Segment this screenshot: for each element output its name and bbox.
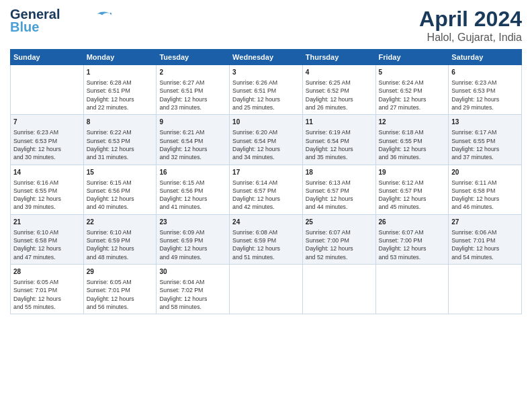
calendar-cell: 7Sunrise: 6:23 AM Sunset: 6:53 PM Daylig… — [11, 115, 84, 165]
calendar-subtitle: Halol, Gujarat, India — [419, 32, 522, 44]
day-info: Sunrise: 6:27 AM Sunset: 6:51 PM Dayligh… — [159, 79, 226, 111]
title-block: April 2024 Halol, Gujarat, India — [419, 7, 522, 44]
day-number: 2 — [159, 68, 226, 77]
calendar-cell — [11, 65, 84, 115]
calendar-cell: 24Sunrise: 6:08 AM Sunset: 6:59 PM Dayli… — [230, 214, 303, 264]
day-info: Sunrise: 6:21 AM Sunset: 6:54 PM Dayligh… — [159, 128, 226, 161]
calendar-cell: 30Sunrise: 6:04 AM Sunset: 7:02 PM Dayli… — [157, 265, 230, 314]
calendar-cell: 26Sunrise: 6:07 AM Sunset: 7:00 PM Dayli… — [375, 214, 449, 264]
day-info: Sunrise: 6:08 AM Sunset: 6:59 PM Dayligh… — [232, 228, 300, 261]
logo-bird-icon — [92, 9, 112, 19]
day-info: Sunrise: 6:28 AM Sunset: 6:51 PM Dayligh… — [87, 79, 154, 111]
logo: General Blue — [10, 7, 112, 35]
calendar-cell: 16Sunrise: 6:15 AM Sunset: 6:56 PM Dayli… — [157, 165, 230, 214]
day-info: Sunrise: 6:10 AM Sunset: 6:59 PM Dayligh… — [87, 228, 154, 261]
day-number: 16 — [159, 168, 226, 177]
calendar-cell: 18Sunrise: 6:13 AM Sunset: 6:57 PM Dayli… — [302, 165, 375, 214]
calendar-cell — [375, 265, 449, 314]
day-info: Sunrise: 6:07 AM Sunset: 7:00 PM Dayligh… — [379, 228, 446, 261]
day-number: 15 — [87, 168, 154, 177]
col-thursday: Thursday — [302, 50, 375, 65]
col-sunday: Sunday — [11, 50, 84, 65]
day-number: 13 — [451, 118, 519, 127]
day-info: Sunrise: 6:14 AM Sunset: 6:57 PM Dayligh… — [232, 179, 300, 212]
day-number: 5 — [379, 68, 446, 77]
calendar-cell: 8Sunrise: 6:22 AM Sunset: 6:53 PM Daylig… — [83, 115, 157, 165]
day-info: Sunrise: 6:05 AM Sunset: 7:01 PM Dayligh… — [13, 278, 81, 311]
calendar-cell — [449, 265, 522, 314]
day-info: Sunrise: 6:26 AM Sunset: 6:51 PM Dayligh… — [232, 79, 300, 111]
calendar-cell: 22Sunrise: 6:10 AM Sunset: 6:59 PM Dayli… — [83, 214, 157, 264]
day-number: 11 — [306, 118, 373, 127]
logo-blue: Blue — [10, 19, 39, 35]
calendar-cell: 23Sunrise: 6:09 AM Sunset: 6:59 PM Dayli… — [157, 214, 230, 264]
day-number: 7 — [13, 118, 81, 127]
day-number: 20 — [451, 168, 519, 177]
day-info: Sunrise: 6:23 AM Sunset: 6:53 PM Dayligh… — [13, 128, 81, 161]
day-info: Sunrise: 6:04 AM Sunset: 7:02 PM Dayligh… — [159, 278, 226, 311]
calendar-cell: 17Sunrise: 6:14 AM Sunset: 6:57 PM Dayli… — [230, 165, 303, 214]
day-number: 24 — [232, 218, 300, 227]
calendar-cell: 5Sunrise: 6:24 AM Sunset: 6:52 PM Daylig… — [375, 65, 449, 115]
calendar-title: April 2024 — [419, 7, 522, 32]
day-number: 19 — [379, 168, 446, 177]
calendar-cell — [302, 265, 375, 314]
calendar-cell: 13Sunrise: 6:17 AM Sunset: 6:55 PM Dayli… — [449, 115, 522, 165]
calendar-cell: 14Sunrise: 6:16 AM Sunset: 6:55 PM Dayli… — [11, 165, 84, 214]
day-number: 10 — [232, 118, 300, 127]
day-number: 4 — [306, 68, 373, 77]
calendar-cell: 3Sunrise: 6:26 AM Sunset: 6:51 PM Daylig… — [230, 65, 303, 115]
col-friday: Friday — [375, 50, 449, 65]
day-info: Sunrise: 6:15 AM Sunset: 6:56 PM Dayligh… — [87, 179, 154, 212]
page-header: General Blue April 2024 Halol, Gujarat, … — [10, 7, 522, 44]
calendar-cell: 19Sunrise: 6:12 AM Sunset: 6:57 PM Dayli… — [375, 165, 449, 214]
day-info: Sunrise: 6:10 AM Sunset: 6:58 PM Dayligh… — [13, 228, 81, 261]
day-info: Sunrise: 6:25 AM Sunset: 6:52 PM Dayligh… — [306, 79, 373, 111]
day-info: Sunrise: 6:19 AM Sunset: 6:54 PM Dayligh… — [306, 128, 373, 161]
calendar-week-row: 21Sunrise: 6:10 AM Sunset: 6:58 PM Dayli… — [11, 214, 522, 264]
col-saturday: Saturday — [449, 50, 522, 65]
day-info: Sunrise: 6:13 AM Sunset: 6:57 PM Dayligh… — [306, 179, 373, 212]
calendar-cell: 28Sunrise: 6:05 AM Sunset: 7:01 PM Dayli… — [11, 265, 84, 314]
calendar-week-row: 7Sunrise: 6:23 AM Sunset: 6:53 PM Daylig… — [11, 115, 522, 165]
day-info: Sunrise: 6:20 AM Sunset: 6:54 PM Dayligh… — [232, 128, 300, 161]
calendar-cell: 4Sunrise: 6:25 AM Sunset: 6:52 PM Daylig… — [302, 65, 375, 115]
col-tuesday: Tuesday — [157, 50, 230, 65]
day-number: 9 — [159, 118, 226, 127]
calendar-cell: 11Sunrise: 6:19 AM Sunset: 6:54 PM Dayli… — [302, 115, 375, 165]
day-number: 18 — [306, 168, 373, 177]
day-number: 27 — [451, 218, 519, 227]
day-info: Sunrise: 6:11 AM Sunset: 6:58 PM Dayligh… — [451, 179, 519, 212]
calendar-cell: 9Sunrise: 6:21 AM Sunset: 6:54 PM Daylig… — [157, 115, 230, 165]
col-wednesday: Wednesday — [230, 50, 303, 65]
calendar-header-row: Sunday Monday Tuesday Wednesday Thursday… — [11, 50, 522, 65]
day-number: 3 — [232, 68, 300, 77]
day-info: Sunrise: 6:07 AM Sunset: 7:00 PM Dayligh… — [306, 228, 373, 261]
day-number: 8 — [87, 118, 154, 127]
day-info: Sunrise: 6:15 AM Sunset: 6:56 PM Dayligh… — [159, 179, 226, 212]
calendar-cell: 6Sunrise: 6:23 AM Sunset: 6:53 PM Daylig… — [449, 65, 522, 115]
day-number: 12 — [379, 118, 446, 127]
calendar-cell: 21Sunrise: 6:10 AM Sunset: 6:58 PM Dayli… — [11, 214, 84, 264]
day-number: 28 — [13, 267, 81, 277]
day-number: 21 — [13, 218, 81, 227]
day-number: 30 — [159, 267, 226, 277]
day-info: Sunrise: 6:16 AM Sunset: 6:55 PM Dayligh… — [13, 179, 81, 212]
calendar-week-row: 14Sunrise: 6:16 AM Sunset: 6:55 PM Dayli… — [11, 165, 522, 214]
day-number: 6 — [451, 68, 519, 77]
calendar-cell: 29Sunrise: 6:05 AM Sunset: 7:01 PM Dayli… — [83, 265, 157, 314]
calendar-week-row: 28Sunrise: 6:05 AM Sunset: 7:01 PM Dayli… — [11, 265, 522, 314]
day-number: 1 — [87, 68, 154, 77]
calendar-cell: 25Sunrise: 6:07 AM Sunset: 7:00 PM Dayli… — [302, 214, 375, 264]
calendar-cell: 1Sunrise: 6:28 AM Sunset: 6:51 PM Daylig… — [83, 65, 157, 115]
calendar-week-row: 1Sunrise: 6:28 AM Sunset: 6:51 PM Daylig… — [11, 65, 522, 115]
calendar-cell: 20Sunrise: 6:11 AM Sunset: 6:58 PM Dayli… — [449, 165, 522, 214]
day-info: Sunrise: 6:18 AM Sunset: 6:55 PM Dayligh… — [379, 128, 446, 161]
calendar-cell: 10Sunrise: 6:20 AM Sunset: 6:54 PM Dayli… — [230, 115, 303, 165]
day-info: Sunrise: 6:09 AM Sunset: 6:59 PM Dayligh… — [159, 228, 226, 261]
calendar-cell — [230, 265, 303, 314]
calendar-page: General Blue April 2024 Halol, Gujarat, … — [0, 0, 532, 411]
calendar-cell: 12Sunrise: 6:18 AM Sunset: 6:55 PM Dayli… — [375, 115, 449, 165]
day-info: Sunrise: 6:23 AM Sunset: 6:53 PM Dayligh… — [451, 79, 519, 111]
calendar-cell: 27Sunrise: 6:06 AM Sunset: 7:01 PM Dayli… — [449, 214, 522, 264]
